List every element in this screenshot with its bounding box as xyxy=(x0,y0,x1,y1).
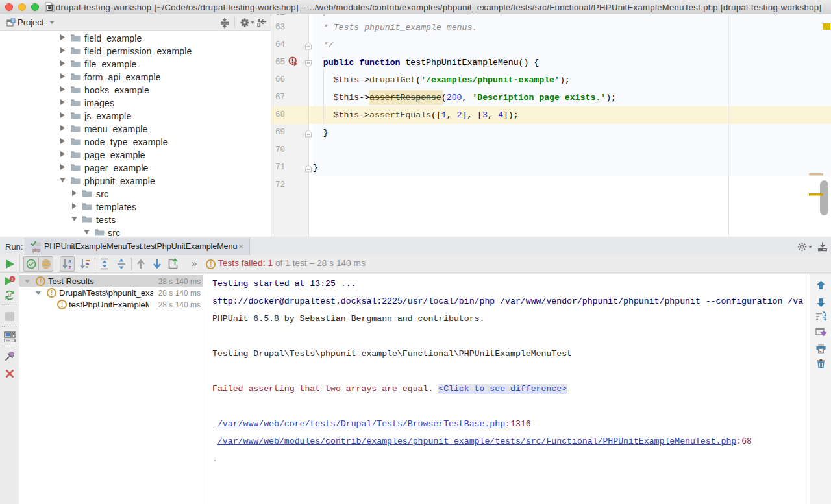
svg-text:php: php xyxy=(32,248,40,253)
svg-text:U: U xyxy=(8,293,11,298)
svg-text:z: z xyxy=(68,264,71,270)
svg-text:!: ! xyxy=(12,277,13,282)
